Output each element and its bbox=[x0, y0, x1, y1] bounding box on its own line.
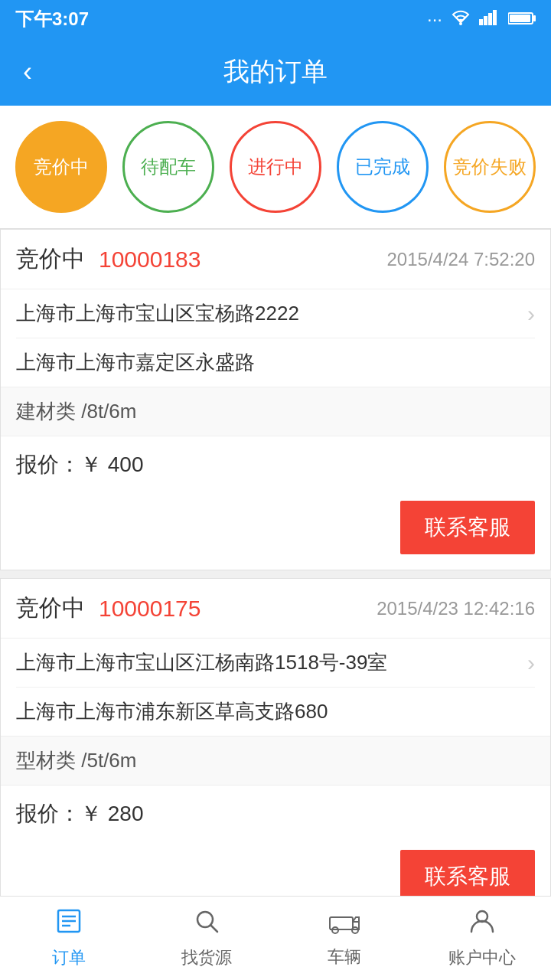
order-price-2: 报价：￥ 280 bbox=[1, 786, 550, 842]
svg-rect-6 bbox=[533, 15, 536, 21]
nav-orders-label: 订单 bbox=[52, 946, 86, 969]
nav-findcargo[interactable]: 找货源 bbox=[138, 897, 276, 980]
svg-rect-7 bbox=[510, 15, 530, 22]
svg-rect-3 bbox=[488, 13, 492, 25]
svg-rect-4 bbox=[493, 10, 497, 25]
nav-vehicle[interactable]: 车辆 bbox=[276, 897, 413, 980]
order-from-1: 上海市上海市宝山区宝杨路2222 bbox=[16, 300, 527, 327]
order-header-1: 竞价中 10000183 2015/4/24 7:52:20 bbox=[1, 230, 550, 289]
signal-dots-icon: ··· bbox=[427, 8, 442, 30]
status-time: 下午3:07 bbox=[15, 7, 89, 31]
order-status-1: 竞价中 bbox=[16, 243, 85, 275]
vehicle-icon bbox=[328, 909, 360, 941]
svg-rect-2 bbox=[484, 16, 487, 25]
battery-icon bbox=[508, 8, 536, 30]
nav-account[interactable]: 账户中心 bbox=[413, 897, 551, 980]
tab-completed[interactable]: 已完成 bbox=[337, 121, 429, 213]
nav-orders[interactable]: 订单 bbox=[0, 897, 138, 980]
order-card-1: 竞价中 10000183 2015/4/24 7:52:20 上海市上海市宝山区… bbox=[0, 229, 551, 570]
tab-inprogress[interactable]: 进行中 bbox=[230, 121, 321, 213]
status-bar: 下午3:07 ··· bbox=[0, 0, 551, 38]
contact-btn-1[interactable]: 联系客服 bbox=[400, 501, 535, 554]
order-to-2: 上海市上海市浦东新区草高支路680 bbox=[16, 698, 535, 725]
orders-icon bbox=[55, 907, 83, 942]
account-icon bbox=[468, 907, 496, 942]
svg-line-13 bbox=[210, 925, 217, 932]
order-id-2: 10000175 bbox=[99, 596, 201, 622]
nav-vehicle-label: 车辆 bbox=[328, 946, 361, 969]
nav-findcargo-label: 找货源 bbox=[181, 946, 232, 969]
order-card-2: 竞价中 10000175 2015/4/23 12:42:16 上海市上海市宝山… bbox=[0, 578, 551, 920]
order-list: 竞价中 10000183 2015/4/24 7:52:20 上海市上海市宝山区… bbox=[0, 229, 551, 980]
order-goods-1: 建材类 /8t/6m bbox=[1, 387, 550, 436]
order-price-1: 报价：￥ 400 bbox=[1, 436, 550, 493]
wifi-icon bbox=[450, 8, 471, 30]
signal-bars-icon bbox=[479, 8, 500, 30]
order-time-1: 2015/4/24 7:52:20 bbox=[386, 249, 535, 270]
chevron-right-icon-2: › bbox=[527, 650, 535, 676]
nav-account-label: 账户中心 bbox=[448, 946, 516, 969]
svg-point-0 bbox=[459, 22, 462, 25]
status-icons: ··· bbox=[427, 8, 536, 30]
findcargo-icon bbox=[193, 907, 220, 942]
order-from-row-1[interactable]: 上海市上海市宝山区宝杨路2222 › bbox=[16, 289, 535, 338]
tab-bidding[interactable]: 竞价中 bbox=[15, 121, 107, 213]
order-actions-1: 联系客服 bbox=[1, 493, 550, 570]
svg-rect-1 bbox=[479, 19, 483, 25]
order-status-2: 竞价中 bbox=[16, 593, 85, 624]
order-from-2: 上海市上海市宝山区江杨南路1518号-39室 bbox=[16, 649, 527, 676]
order-to-row-1: 上海市上海市嘉定区永盛路 bbox=[16, 338, 535, 387]
page-header: ‹ 我的订单 bbox=[0, 38, 551, 106]
order-time-2: 2015/4/23 12:42:16 bbox=[377, 598, 535, 619]
bottom-nav: 订单 找货源 车辆 bbox=[0, 896, 551, 980]
chevron-right-icon-1: › bbox=[527, 301, 535, 327]
order-goods-2: 型材类 /5t/6m bbox=[1, 736, 550, 786]
order-route-1: 上海市上海市宝山区宝杨路2222 › 上海市上海市嘉定区永盛路 bbox=[1, 289, 550, 387]
tab-failed[interactable]: 竞价失败 bbox=[444, 121, 536, 213]
order-id-1: 10000183 bbox=[99, 247, 201, 273]
filter-tabs: 竞价中 待配车 进行中 已完成 竞价失败 bbox=[0, 106, 551, 229]
order-to-1: 上海市上海市嘉定区永盛路 bbox=[16, 349, 535, 376]
order-header-2: 竞价中 10000175 2015/4/23 12:42:16 bbox=[1, 579, 550, 639]
order-to-row-2: 上海市上海市浦东新区草高支路680 bbox=[16, 688, 535, 736]
back-button[interactable]: ‹ bbox=[15, 48, 40, 96]
tab-waiting[interactable]: 待配车 bbox=[122, 121, 214, 213]
order-route-2: 上海市上海市宝山区江杨南路1518号-39室 › 上海市上海市浦东新区草高支路6… bbox=[1, 639, 550, 736]
page-title: 我的订单 bbox=[223, 54, 328, 90]
order-from-row-2[interactable]: 上海市上海市宝山区江杨南路1518号-39室 › bbox=[16, 639, 535, 688]
